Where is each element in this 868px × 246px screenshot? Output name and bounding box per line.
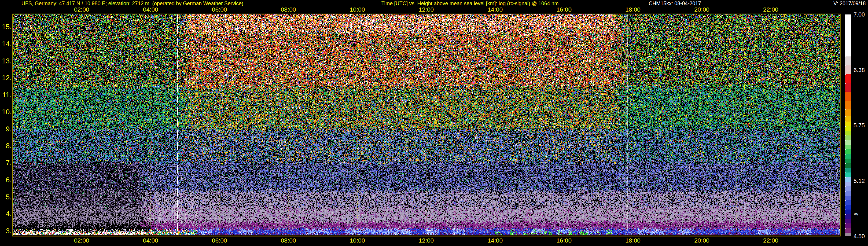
height-tick-label: 14. [0, 40, 11, 48]
time-tick-label: 12:00 [418, 6, 434, 13]
colorbar-stop [845, 83, 851, 92]
colorbar-stop [845, 14, 851, 56]
ceilometer-quicklook-page: { "header": { "station": "UFS, Germany; … [0, 0, 868, 246]
colorbar-stop [845, 173, 851, 177]
plot-title: Time [UTC] vs. Height above mean sea lev… [381, 1, 559, 7]
time-tick-label: 12:00 [418, 237, 434, 244]
time-tick-label: 06:00 [212, 237, 227, 244]
colorbar-tick-label: 7.00 [854, 11, 865, 18]
colorbar-stop [845, 92, 851, 101]
colorbar-stop [845, 116, 851, 121]
colorbar-stop [845, 214, 851, 219]
time-tick-label: 10:00 [350, 237, 365, 244]
colorbar-stop [845, 154, 851, 159]
colorbar-stop [845, 233, 851, 236]
colorbar-stop [845, 200, 851, 205]
height-tick-label: 11. [0, 91, 11, 99]
colorbar-stop [845, 223, 851, 228]
device-date-text: CHM15kx: 08-04-2017 [649, 1, 701, 7]
colorbar-stop [845, 140, 851, 145]
colorbar-stop [845, 131, 851, 135]
backscatter-heatmap [13, 14, 840, 235]
colorbar-stop [845, 196, 851, 200]
colorbar-stop [845, 191, 851, 196]
colorbar-stop [845, 101, 851, 110]
time-tick-label: 08:00 [281, 237, 296, 244]
colorbar-stop [845, 163, 851, 168]
colorbar-tick-label: 6.38 [854, 67, 865, 73]
height-tick-label: 3. [0, 227, 11, 235]
x-axis-line [12, 236, 840, 237]
colorbar-stop [845, 149, 851, 154]
colorbar-stop [845, 74, 851, 83]
height-tick-label: 15. [0, 23, 11, 31]
colorbar-stop [845, 205, 851, 210]
colorbar-stop [845, 177, 851, 182]
height-tick-label: 6. [0, 176, 11, 184]
time-tick-label: 22:00 [763, 6, 779, 13]
colorbar-tick-label: 5.75 [854, 122, 865, 129]
time-tick-label: 10:00 [350, 6, 365, 13]
time-tick-label: 14:00 [488, 6, 503, 13]
time-tick-label: 04:00 [143, 237, 158, 244]
height-tick-label: 5. [0, 193, 11, 201]
time-tick-label: 06:00 [212, 6, 227, 13]
height-tick-label: 7. [0, 159, 11, 167]
colorbar-stop [845, 145, 851, 149]
time-tick-label: 16:00 [556, 237, 572, 244]
time-tick-label: 02:00 [74, 6, 89, 13]
height-tick-label: 12. [0, 74, 11, 82]
colorbar-stop [845, 219, 851, 223]
height-tick-label: 9. [0, 125, 11, 133]
colorbar-stop [845, 228, 851, 233]
colorbar-stop [845, 168, 851, 173]
colorbar-stop [845, 182, 851, 186]
time-tick-label: 22:00 [763, 237, 779, 244]
height-tick-label: 4. [0, 210, 11, 218]
colorbar-stop [845, 56, 851, 65]
time-tick-label: 20:00 [694, 237, 709, 244]
colorbar-stop [845, 159, 851, 163]
time-tick-label: 02:00 [74, 237, 89, 244]
colorbar-stop [845, 122, 851, 126]
time-tick-label: 18:00 [625, 237, 641, 244]
time-tick-label: 04:00 [143, 6, 158, 13]
colorbar-tick-label: 5.12 [854, 177, 865, 184]
time-tick-label: 18:00 [625, 6, 641, 13]
version-text: V: 2017/09/18 [834, 1, 866, 7]
colorbar-eq-label: eq [854, 211, 859, 216]
colorbar [845, 14, 851, 236]
colorbar-stop [845, 126, 851, 131]
time-tick-label: 08:00 [281, 6, 296, 13]
colorbar-stop [845, 65, 851, 74]
height-tick-label: 13. [0, 57, 11, 65]
colorbar-stop [845, 210, 851, 214]
station-info-text: UFS, Germany; 47.417 N / 10.980 E; eleva… [22, 1, 243, 7]
height-tick-label: 10. [0, 108, 11, 116]
time-tick-label: 20:00 [694, 6, 709, 13]
colorbar-stop [845, 135, 851, 140]
colorbar-stop [845, 110, 851, 116]
height-tick-label: 8. [0, 142, 11, 150]
time-tick-label: 16:00 [556, 6, 572, 13]
colorbar-tick-label: 4.50 [854, 233, 865, 240]
plot-frame [12, 13, 840, 236]
time-tick-label: 14:00 [488, 237, 503, 244]
colorbar-stop [845, 186, 851, 191]
